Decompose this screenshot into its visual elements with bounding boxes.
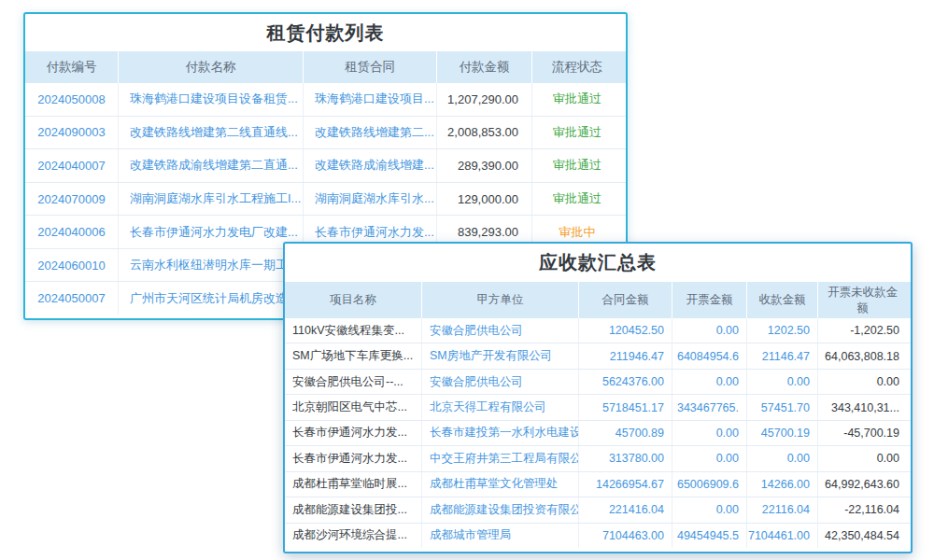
payment-id-link[interactable]: 2024070009 [25,183,119,216]
col-header-lease-contract: 租赁合同 [304,51,437,83]
invoice-amount: 0.00 [672,446,747,470]
receivable-table-row: 安徽合肥供电公司--... 安徽合肥供电公司 5624376.00 0.00 0… [285,370,911,395]
payment-id-link[interactable]: 2024060010 [25,249,119,282]
invoice-amount: 49454945.5 [672,524,747,548]
payment-name-link[interactable]: 湖南洞庭湖水库引水工程施工I... [119,183,304,216]
contract-amount: 211946.47 [579,343,672,368]
col-header-invoiced-unreceived: 开票未收款金额 [818,282,907,318]
receivable-table-row: 110kV安徽线程集变... 安徽合肥供电公司 120452.50 0.00 1… [285,318,911,343]
contract-amount: 5718451.17 [579,395,672,419]
received-amount: 0.00 [747,446,818,470]
lease-contract-link[interactable]: 湖南洞庭湖水库引水... [304,183,437,216]
project-name: 成都能源建设集团投... [285,497,422,522]
project-name: 110kV安徽线程集变... [285,318,422,343]
party-a-unit-link[interactable]: 成都杜甫草堂文化管理处 [422,472,579,497]
project-name: 成都沙河环境综合提... [285,524,422,548]
lease-contract-link[interactable]: 珠海鹤港口建设项目... [304,83,437,116]
party-a-unit-link[interactable]: 北京天得工程有限公司 [422,395,579,419]
payment-name-link[interactable]: 改建铁路成渝线增建第二直通... [119,149,304,182]
payment-name-link[interactable]: 改建铁路线增建第二线直通线... [119,117,304,149]
invoiced-unreceived-amount: -22,116.04 [818,497,907,522]
received-amount: 14266.00 [747,472,818,497]
invoiced-unreceived-amount: 0.00 [818,446,907,470]
status-badge: 审批通过 [532,83,622,116]
lease-table-header: 付款编号 付款名称 租赁合同 付款金额 流程状态 [25,51,626,83]
col-header-contract-amount: 合同金额 [579,282,672,318]
payment-name-link[interactable]: 云南水利枢纽潜明水库一期工... [119,249,304,282]
contract-amount: 221416.04 [579,497,672,522]
lease-table-row: 2024090003 改建铁路线增建第二线直通线... 改建铁路线增建第二...… [25,117,626,150]
received-amount: 1202.50 [747,318,818,343]
payment-amount: 1,207,290.00 [437,83,532,116]
receivable-table-row: 成都能源建设集团投... 成都能源建设集团投资有限公司 221416.04 0.… [285,497,911,523]
invoice-amount: 0.00 [672,497,747,522]
col-header-party-a-unit: 甲方单位 [422,282,579,318]
invoiced-unreceived-amount: 0.00 [818,370,907,394]
party-a-unit-link[interactable]: 长春市建投第一水利水电建设有限 [422,421,579,445]
status-badge: 审批通过 [532,183,622,216]
contract-amount: 14266954.67 [579,472,672,497]
party-a-unit-link[interactable]: 安徽合肥供电公司 [422,318,579,343]
invoiced-unreceived-amount: 343,410,31... [818,395,907,419]
payment-id-link[interactable]: 2024050007 [25,282,119,315]
payment-amount: 289,390.00 [437,149,532,182]
received-amount: 57451.70 [747,395,818,419]
contract-amount: 45700.89 [579,421,672,445]
payment-id-link[interactable]: 2024040006 [25,216,119,248]
receivable-table-row: 长春市伊通河水力发... 中交王府井第三工程局有限公司 313780.00 0.… [285,446,911,471]
col-header-process-status: 流程状态 [532,51,622,83]
payment-name-link[interactable]: 长春市伊通河水力发电厂改建... [119,216,304,248]
lease-table-row: 2024040007 改建铁路成渝线增建第二直通... 改建铁路成渝线增建...… [25,149,626,183]
invoiced-unreceived-amount: 42,350,484.54 [818,524,907,548]
payment-id-link[interactable]: 2024090003 [25,117,119,149]
payment-amount: 2,008,853.00 [437,117,532,149]
project-name: 安徽合肥供电公司--... [285,370,422,394]
party-a-unit-link[interactable]: 安徽合肥供电公司 [422,370,579,394]
lease-contract-link[interactable]: 改建铁路线增建第二... [304,117,437,149]
receivable-table-header: 项目名称 甲方单位 合同金额 开票金额 收款金额 开票未收款金额 [285,282,911,318]
lease-table-row: 2024070009 湖南洞庭湖水库引水工程施工I... 湖南洞庭湖水库引水..… [25,183,626,217]
receivable-table-row: SM广场地下车库更换... SM房地产开发有限公司 211946.47 6408… [285,343,911,369]
received-amount: 0.00 [747,370,818,394]
received-amount: 45700.19 [747,421,818,445]
project-name: 成都杜甫草堂临时展... [285,472,422,497]
lease-contract-link[interactable]: 改建铁路成渝线增建... [304,149,437,182]
col-header-payment-amount: 付款金额 [437,51,532,83]
payment-name-link[interactable]: 珠海鹤港口建设项目设备租赁... [119,83,304,116]
contract-amount: 120452.50 [579,318,672,343]
status-badge: 审批通过 [532,117,622,149]
receivable-summary-panel: 应收款汇总表 项目名称 甲方单位 合同金额 开票金额 收款金额 开票未收款金额 … [283,242,913,553]
payment-id-link[interactable]: 2024050008 [25,83,119,116]
status-badge: 审批通过 [532,149,622,182]
col-header-payment-id: 付款编号 [25,51,119,83]
project-name: 长春市伊通河水力发... [285,446,422,470]
invoiced-unreceived-amount: 64,992,643.60 [818,472,907,497]
receivable-panel-title: 应收款汇总表 [285,244,911,282]
receivable-table-row: 北京朝阳区电气中芯... 北京天得工程有限公司 5718451.17 34346… [285,395,911,420]
received-amount: 21146.47 [747,343,818,368]
party-a-unit-link[interactable]: SM房地产开发有限公司 [422,343,579,368]
receivable-table-row: 长春市伊通河水力发... 长春市建投第一水利水电建设有限 45700.89 0.… [285,421,911,446]
contract-amount: 5624376.00 [579,370,672,394]
payment-id-link[interactable]: 2024040007 [25,149,119,182]
col-header-invoice-amount: 开票金额 [672,282,747,318]
payment-amount: 129,000.00 [437,183,532,216]
page: 租赁付款列表 付款编号 付款名称 租赁合同 付款金额 流程状态 20240500… [0,0,934,560]
project-name: 北京朝阳区电气中芯... [285,395,422,419]
contract-amount: 7104463.00 [579,524,672,548]
project-name: 长春市伊通河水力发... [285,421,422,445]
invoice-amount: 343467765. [672,395,747,419]
party-a-unit-link[interactable]: 成都能源建设集团投资有限公司 [422,497,579,522]
contract-amount: 313780.00 [579,446,672,470]
lease-panel-title: 租赁付款列表 [25,14,626,51]
lease-table-row: 2024050008 珠海鹤港口建设项目设备租赁... 珠海鹤港口建设项目...… [25,83,626,117]
payment-name-link[interactable]: 广州市天河区统计局机房改造... [119,282,304,315]
party-a-unit-link[interactable]: 成都城市管理局 [422,524,579,548]
received-amount: 7104461.00 [747,524,818,548]
party-a-unit-link[interactable]: 中交王府井第三工程局有限公司 [422,446,579,470]
receivable-table-body: 110kV安徽线程集变... 安徽合肥供电公司 120452.50 0.00 1… [285,318,911,548]
invoiced-unreceived-amount: 64,063,808.18 [818,343,907,368]
receivable-table-row: 成都沙河环境综合提... 成都城市管理局 7104463.00 49454945… [285,524,911,548]
invoiced-unreceived-amount: -1,202.50 [818,318,907,343]
invoice-amount: 0.00 [672,370,747,394]
